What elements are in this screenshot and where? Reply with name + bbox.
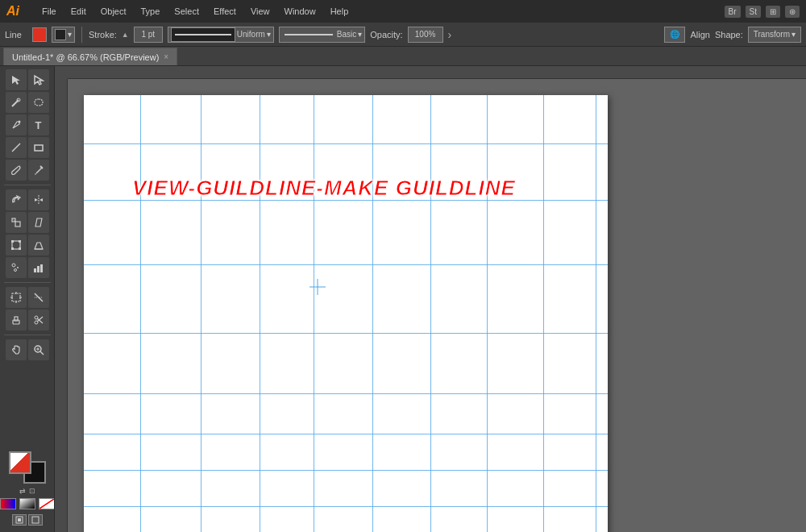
stroke-type-dropdown[interactable]: ▾	[52, 27, 75, 43]
symbol-sprayer-tool[interactable]	[6, 257, 27, 278]
menu-select[interactable]: Select	[168, 5, 206, 18]
tool-row-9	[6, 257, 49, 278]
menu-edit[interactable]: Edit	[64, 5, 93, 18]
svg-marker-0	[12, 76, 20, 85]
svg-marker-9	[35, 198, 38, 202]
rectangle-tool[interactable]	[28, 137, 49, 158]
toolbar: Line ▾ Stroke: ▲ Uniform▾ Basic▾ Opacity…	[0, 23, 806, 47]
menu-window[interactable]: Window	[278, 5, 322, 18]
shape-label: Shape:	[715, 30, 743, 39]
guideline-h-4	[84, 333, 608, 334]
column-graph-tool[interactable]	[28, 257, 49, 278]
screen-mode-btn[interactable]	[12, 514, 27, 526]
change-screen-mode-btn[interactable]	[28, 514, 43, 526]
stroke-down[interactable]: ▲	[122, 31, 129, 39]
stroke-uniform-dropdown[interactable]: Uniform▾	[168, 27, 274, 43]
svg-rect-25	[34, 268, 36, 272]
selection-tool[interactable]	[6, 69, 27, 90]
stroke-value-input[interactable]	[134, 27, 163, 43]
gradient-mode-btn[interactable]	[19, 498, 35, 509]
transform-btn[interactable]: Transform ▾	[748, 27, 801, 43]
swap-colors-icon[interactable]: ⇄	[19, 487, 26, 495]
ruler-h-svg	[68, 66, 806, 79]
menu-object[interactable]: Object	[94, 5, 133, 18]
transform-dropdown-icon[interactable]: ▾	[791, 30, 796, 39]
stroke-style-dropdown[interactable]: Basic▾	[279, 27, 365, 43]
tab-bar: Untitled-1* @ 66.67% (RGB/Preview) ×	[0, 47, 806, 66]
direct-selection-tool[interactable]	[28, 69, 49, 90]
scale-tool[interactable]	[6, 212, 27, 233]
menu-type[interactable]: Type	[135, 5, 167, 18]
menu-view[interactable]: View	[244, 5, 276, 18]
svg-point-4	[18, 121, 20, 123]
hand-tool[interactable]	[6, 339, 27, 360]
stroke-label: Stroke:	[89, 30, 117, 39]
shear-tool[interactable]	[28, 212, 49, 233]
bridge-icon[interactable]: Br	[725, 6, 741, 18]
svg-line-5	[12, 143, 20, 152]
reset-colors-icon[interactable]: ⊡	[29, 487, 35, 495]
canvas-annotation: VIEW-GUILDLINE-MAKE GUILDLINE	[132, 176, 516, 201]
guideline-v-3	[260, 95, 260, 532]
color-swatches	[9, 451, 46, 484]
title-bar-right: Br St ⊞ ⊛	[725, 6, 800, 18]
svg-marker-1	[35, 76, 43, 85]
opacity-input[interactable]	[408, 27, 443, 43]
svg-marker-10	[39, 198, 43, 202]
canvas-area[interactable]: VIEW-GUILDLINE-MAKE GUILDLINE	[55, 66, 806, 532]
stroke-color-swatch[interactable]	[32, 27, 47, 42]
eraser-tool[interactable]	[6, 310, 27, 330]
app-logo: Ai	[6, 4, 26, 19]
pencil-tool[interactable]	[28, 160, 49, 181]
svg-line-45	[39, 499, 54, 509]
opacity-label: Opacity:	[370, 30, 402, 39]
magic-wand-tool[interactable]	[6, 92, 27, 113]
svg-marker-20	[35, 243, 43, 249]
tool-row-selection	[6, 69, 49, 90]
guideline-v-1	[140, 95, 141, 532]
tool-divider-2	[4, 282, 51, 283]
svg-rect-27	[40, 264, 43, 272]
crosshair-cursor	[310, 279, 326, 295]
menu-help[interactable]: Help	[324, 5, 355, 18]
svg-rect-6	[35, 145, 43, 151]
zoom-tool[interactable]	[28, 339, 49, 360]
tool-row-10	[6, 287, 49, 308]
color-section: ⇄ ⊡	[0, 451, 55, 529]
opacity-expand[interactable]: ›	[448, 28, 452, 41]
foreground-color-swatch[interactable]	[9, 451, 31, 474]
guideline-v-2	[201, 95, 202, 532]
pen-tool[interactable]	[6, 114, 27, 135]
tool-row-pen: T	[6, 114, 49, 135]
free-transform-tool[interactable]	[6, 235, 27, 256]
tool-divider-3	[4, 335, 51, 335]
reflect-tool[interactable]	[28, 189, 49, 210]
rotate-tool[interactable]	[6, 189, 27, 210]
lasso-tool[interactable]	[28, 92, 49, 113]
menu-effect[interactable]: Effect	[207, 5, 243, 18]
color-mode-btn[interactable]	[0, 498, 16, 509]
perspective-tool[interactable]	[28, 235, 49, 256]
align-section: 🌐 Align Shape: Transform ▾	[664, 27, 801, 43]
swirl-icon[interactable]: ⊛	[785, 6, 800, 18]
toolbox: T	[0, 66, 55, 532]
document-tab[interactable]: Untitled-1* @ 66.67% (RGB/Preview) ×	[3, 48, 177, 65]
stock-icon[interactable]: St	[746, 6, 761, 18]
none-mode-btn[interactable]	[39, 498, 55, 509]
guideline-v-5	[372, 95, 373, 532]
tab-close-btn[interactable]: ×	[164, 52, 168, 61]
slice-tool[interactable]	[28, 287, 49, 308]
paintbrush-tool[interactable]	[6, 160, 27, 181]
title-bar: Ai File Edit Object Type Select Effect V…	[0, 0, 806, 23]
guideline-h-5	[84, 393, 608, 394]
web-icon-btn[interactable]: 🌐	[664, 27, 685, 43]
tool-type-label: Line	[5, 30, 27, 39]
svg-rect-26	[37, 266, 39, 272]
type-tool[interactable]: T	[28, 114, 49, 135]
grid-icon[interactable]: ⊞	[766, 6, 780, 18]
artboard-tool[interactable]	[6, 287, 27, 308]
align-label: Align	[690, 30, 709, 39]
menu-file[interactable]: File	[35, 5, 63, 18]
scissors-tool[interactable]	[28, 310, 49, 330]
line-tool[interactable]	[6, 137, 27, 158]
